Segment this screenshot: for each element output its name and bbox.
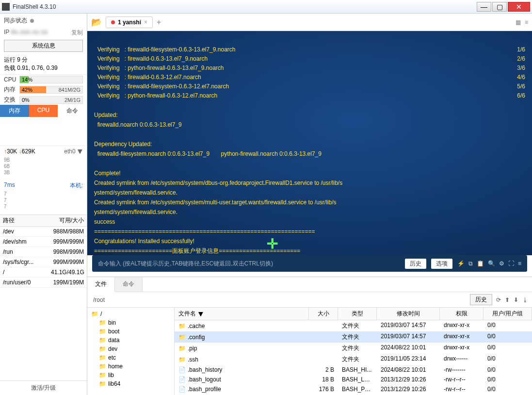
sidebar-tab-cpu[interactable]: CPU — [29, 105, 58, 117]
file-header-user[interactable]: 用户/用户组 — [484, 308, 532, 320]
folder-icon: 📁 — [178, 323, 186, 329]
file-icon: 📄 — [178, 366, 186, 373]
list-icon[interactable]: ≡ — [518, 260, 521, 267]
folder-icon[interactable]: 📂 — [91, 17, 102, 28]
disk-header-path[interactable]: 路径 — [0, 215, 48, 226]
file-header-size[interactable]: 大小 — [309, 308, 338, 320]
file-tree[interactable]: 📁/ 📁bin📁boot📁data📁dev📁etc📁home📁lib📁lib64 — [87, 308, 175, 395]
cmd-history-button[interactable]: 历史 — [405, 259, 426, 269]
file-row[interactable]: 📁.config文件夹2019/03/07 14:57drwxr-xr-x0/0 — [175, 331, 532, 343]
folder-icon: 📁 — [99, 319, 106, 326]
ping-tick: 7 — [0, 203, 87, 210]
download-icon[interactable]: ⬇ — [514, 296, 518, 303]
sort-icon[interactable]: ⯆ — [198, 311, 204, 317]
copy-ip-button[interactable]: 复制 — [71, 29, 83, 37]
monitor-chart — [0, 117, 87, 146]
terminal[interactable]: Verifying : firewalld-filesystem-0.6.3-1… — [87, 31, 532, 255]
file-manager: 文件 命令 /root 历史 ⟳ ⬆ ⬇ ⭳ 📁/ 📁bin📁boot📁data… — [87, 277, 532, 395]
net-iface[interactable]: eth0 — [64, 148, 75, 155]
disk-row[interactable]: /dev988M/988M — [0, 227, 87, 237]
file-row[interactable]: 📁.ssh文件夹2019/11/05 23:14drwx------0/0 — [175, 354, 532, 365]
titlebar: FinalShell 4.3.10 — ▢ ✕ — [0, 0, 532, 14]
fullscreen-icon[interactable]: ⛶ — [508, 260, 514, 267]
disk-row[interactable]: /41.1G/49.1G — [0, 267, 87, 278]
tree-item[interactable]: 📁bin — [89, 318, 172, 327]
file-header-name[interactable]: 文件名 — [178, 310, 196, 318]
upload-speed: 30K — [7, 148, 17, 155]
command-input-bar[interactable]: 命令输入 (按ALT键提示历史,TAB键路径,ESC键返回,双击CTRL切换) … — [92, 255, 527, 272]
add-tab-button[interactable]: + — [157, 18, 161, 27]
upload-icon[interactable]: ⬆ — [505, 296, 510, 303]
ip-label: IP — [4, 29, 9, 35]
activate-button[interactable]: 激活/升级 — [0, 380, 87, 395]
bookmark-icon[interactable]: ⭳ — [522, 296, 528, 303]
folder-icon: 📁 — [99, 354, 106, 361]
file-tab-cmd[interactable]: 命令 — [115, 277, 143, 292]
mem-label: 内存 — [4, 85, 17, 94]
refresh-icon[interactable]: ⟳ — [496, 296, 501, 303]
file-row[interactable]: 📁.cache文件夹2019/03/07 14:57drwxr-xr-x0/0 — [175, 320, 532, 331]
paste-icon[interactable]: 📋 — [477, 260, 484, 267]
tree-item[interactable]: 📁boot — [89, 327, 172, 336]
tree-item[interactable]: 📁lib — [89, 371, 172, 379]
folder-icon: 📁 — [178, 345, 186, 352]
swap-bar: 0%2M/1G — [19, 96, 83, 104]
file-header-perm[interactable]: 权限 — [440, 308, 484, 320]
cursor-cross-icon: ✛ — [267, 239, 278, 248]
command-input[interactable]: 命令输入 (按ALT键提示历史,TAB键路径,ESC键返回,双击CTRL切换) — [98, 260, 400, 268]
folder-icon: 📁 — [99, 363, 106, 370]
path-input[interactable]: /root — [91, 296, 466, 304]
tree-root[interactable]: 📁/ — [89, 310, 172, 318]
cpu-bar: 14% — [19, 76, 83, 83]
net-tick: 3B — [0, 169, 87, 176]
ping-local-label: 本机: — [70, 181, 83, 190]
tree-item[interactable]: 📁dev — [89, 345, 172, 353]
folder-icon: 📁 — [99, 328, 106, 335]
folder-icon: 📁 — [178, 356, 186, 363]
file-icon: 📄 — [178, 376, 186, 383]
bolt-icon[interactable]: ⚡ — [457, 260, 465, 267]
net-tick: 6B — [0, 163, 87, 169]
disk-row[interactable]: /dev/shm999M/999M — [0, 237, 87, 247]
path-history-button[interactable]: 历史 — [470, 294, 492, 305]
cpu-label: CPU — [4, 76, 17, 83]
connection-tab[interactable]: 1 yanshi × — [106, 16, 153, 28]
file-tab-files[interactable]: 文件 — [87, 277, 115, 292]
tree-item[interactable]: 📁home — [89, 362, 172, 371]
minimize-button[interactable]: — — [477, 2, 491, 12]
file-row[interactable]: 📁.pip文件夹2024/08/22 10:01drwxr-xr-x0/0 — [175, 343, 532, 354]
search-icon[interactable]: 🔍 — [488, 260, 495, 267]
terminal-output: Updated: firewalld.noarch 0:0.6.3-13.el7… — [94, 112, 342, 254]
file-list[interactable]: 文件名 ⯆ 大小 类型 修改时间 权限 用户/用户组 📁.cache文件夹201… — [175, 308, 532, 395]
disk-header-size[interactable]: 可用/大小 — [48, 215, 87, 226]
close-button[interactable]: ✕ — [508, 2, 530, 12]
cmd-options-button[interactable]: 选项 — [431, 259, 452, 269]
tree-item[interactable]: 📁data — [89, 336, 172, 345]
disk-row[interactable]: /run998M/999M — [0, 247, 87, 257]
disk-table: 路径 可用/大小 /dev988M/988M/dev/shm999M/999M/… — [0, 214, 87, 380]
status-dot-icon — [30, 19, 34, 23]
system-info-button[interactable]: 系统信息 — [4, 40, 83, 52]
tree-item[interactable]: 📁lib64 — [89, 379, 172, 388]
gear-icon[interactable]: ⚙ — [499, 260, 504, 267]
file-row[interactable]: 📄.bash_history2 BBASH_HI...2024/08/22 10… — [175, 365, 532, 375]
maximize-button[interactable]: ▢ — [492, 2, 507, 12]
close-tab-icon[interactable]: × — [144, 19, 147, 26]
file-row[interactable]: 📄.bash_logout18 BBASH_LO...2013/12/29 10… — [175, 375, 532, 384]
file-row[interactable]: 📄.bash_profile176 BBASH_PR...2013/12/29 … — [175, 384, 532, 394]
menu-icon[interactable]: ≡ — [525, 19, 528, 26]
ping-tick: 7 — [0, 191, 87, 197]
tree-item[interactable]: 📁etc — [89, 353, 172, 362]
copy-icon[interactable]: ⧉ — [468, 260, 473, 267]
swap-label: 交换 — [4, 96, 17, 104]
disk-row[interactable]: /run/user/0199M/199M — [0, 278, 87, 288]
sidebar-tab-memory[interactable]: 内存 — [0, 105, 29, 117]
ping-ms: 7ms — [4, 181, 15, 190]
grid-view-icon[interactable]: ▦ — [516, 19, 521, 26]
app-icon — [2, 3, 10, 11]
file-header-type[interactable]: 类型 — [338, 308, 377, 320]
ip-value: 4x.xxx.xx.xx — [11, 29, 48, 35]
sidebar-tab-cmd[interactable]: 命令 — [58, 105, 87, 117]
file-header-date[interactable]: 修改时间 — [377, 308, 440, 320]
disk-row[interactable]: /sys/fs/cgr...999M/999M — [0, 257, 87, 267]
